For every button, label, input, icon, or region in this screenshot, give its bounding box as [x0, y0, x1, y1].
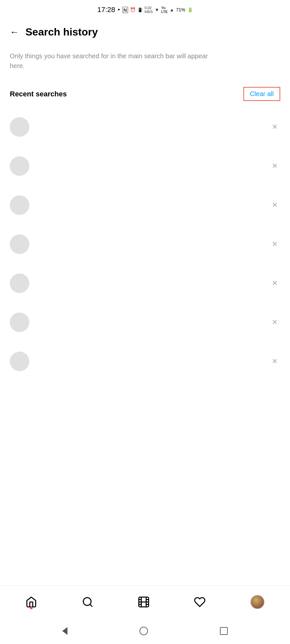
search-item: ✕ — [10, 186, 280, 225]
vibrate-icon: 📳 — [138, 7, 143, 12]
status-dot: • — [118, 7, 120, 13]
search-item-content — [10, 195, 269, 215]
system-home-button[interactable] — [139, 627, 148, 635]
search-item: ✕ — [10, 107, 280, 147]
search-item: ✕ — [10, 303, 280, 342]
search-item-content — [10, 273, 269, 293]
search-item-avatar — [10, 273, 29, 293]
bottom-nav — [0, 585, 290, 618]
clear-all-button[interactable]: Clear all — [243, 87, 280, 101]
remove-item-button[interactable]: ✕ — [269, 276, 280, 290]
reels-icon — [138, 596, 150, 608]
search-item-avatar — [10, 234, 29, 254]
home-notification-dot — [30, 607, 33, 609]
profile-avatar — [250, 595, 265, 609]
search-item: ✕ — [10, 225, 280, 264]
nav-item-search[interactable] — [82, 596, 94, 608]
nfc-icon: N — [123, 7, 128, 13]
system-back-button[interactable] — [62, 627, 67, 635]
heart-icon — [194, 596, 206, 608]
system-nav — [0, 618, 290, 644]
recent-searches-header: Recent searches Clear all — [0, 80, 290, 107]
search-item: ✕ — [10, 147, 280, 186]
home-icon — [25, 596, 37, 608]
status-bar: 17:28 • N ⏰ 📳 0.02KB/S ▼ YoLTE ▲ 71% 🔋 — [0, 0, 290, 20]
search-items-list: ✕ ✕ ✕ ✕ — [0, 107, 290, 381]
back-button[interactable]: ← — [10, 27, 19, 37]
lte-icon: YoLTE — [161, 6, 168, 14]
remove-item-button[interactable]: ✕ — [269, 120, 280, 134]
search-item-content — [10, 156, 269, 176]
search-icon — [82, 596, 94, 608]
nav-item-profile[interactable] — [250, 595, 265, 609]
wifi-icon: ▼ — [155, 7, 159, 12]
nav-item-reels[interactable] — [138, 596, 150, 608]
nav-item-home[interactable] — [25, 596, 37, 608]
signal-icon: ▲ — [170, 7, 174, 12]
alarm-icon: ⏰ — [130, 7, 136, 12]
nav-item-likes[interactable] — [194, 596, 206, 608]
recents-square-icon — [220, 627, 228, 635]
search-item: ✕ — [10, 264, 280, 303]
search-item-avatar — [10, 195, 29, 215]
remove-item-button[interactable]: ✕ — [269, 198, 280, 212]
search-item-avatar — [10, 313, 29, 332]
page-title: Search history — [25, 26, 98, 38]
remove-item-button[interactable]: ✕ — [269, 237, 280, 251]
search-item-content — [10, 117, 269, 137]
back-triangle-icon — [62, 627, 67, 635]
search-item-avatar — [10, 117, 29, 137]
header: ← Search history — [0, 20, 290, 45]
search-item: ✕ — [10, 342, 280, 381]
data-speed: 0.02KB/S — [145, 6, 153, 14]
remove-item-button[interactable]: ✕ — [269, 355, 280, 368]
remove-item-button[interactable]: ✕ — [269, 315, 280, 329]
search-item-content — [10, 352, 269, 371]
search-item-avatar — [10, 352, 29, 371]
status-time: 17:28 — [97, 6, 115, 14]
battery-icon: 🔋 — [187, 7, 193, 12]
description-text: Only things you have searched for in the… — [0, 45, 228, 77]
home-circle-icon — [139, 627, 148, 635]
svg-line-1 — [90, 604, 92, 606]
search-item-avatar — [10, 156, 29, 176]
status-icons: N ⏰ 📳 0.02KB/S ▼ YoLTE ▲ 71% 🔋 — [123, 6, 193, 14]
remove-item-button[interactable]: ✕ — [269, 159, 280, 173]
recent-searches-label: Recent searches — [10, 90, 67, 98]
search-item-content — [10, 313, 269, 332]
system-recents-button[interactable] — [220, 627, 228, 635]
search-item-content — [10, 234, 269, 254]
battery-percent: 71% — [176, 7, 185, 12]
